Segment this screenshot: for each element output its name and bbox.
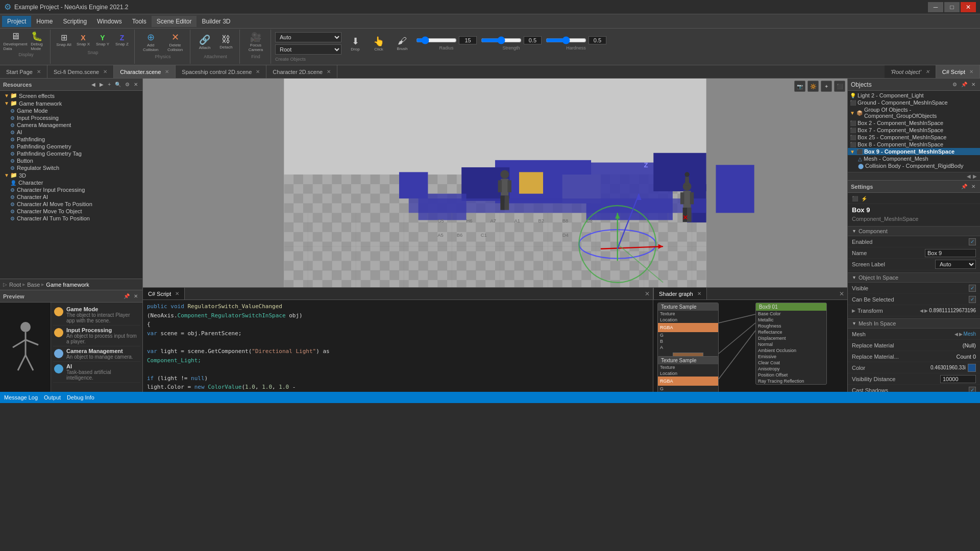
close-spaceship[interactable]: ✕ xyxy=(256,69,260,74)
menu-item-project[interactable]: Project xyxy=(2,16,31,27)
tree-item-camera-management[interactable]: ⚙ Camera Management xyxy=(0,121,142,129)
menu-item-scene-editor[interactable]: Scene Editor xyxy=(152,16,197,27)
obj-box2[interactable]: ⬛ Box 2 - Component_MeshInSpace xyxy=(848,119,980,127)
tree-item-character-ai-turn[interactable]: ⚙ Character AI Turn To Position xyxy=(0,215,142,222)
tree-item-pathfinding[interactable]: ⚙ Pathfinding xyxy=(0,136,142,143)
minimize-button[interactable]: ─ xyxy=(928,2,943,12)
resources-close-btn[interactable]: ✕ xyxy=(132,81,139,88)
settings-name-input[interactable] xyxy=(925,249,976,257)
tab-secondary-root[interactable]: 'Root object' ✕ xyxy=(885,65,936,78)
shader-node-box9[interactable]: Box9 01 Base Color Metallic Roughness Re… xyxy=(755,303,827,385)
color-swatch[interactable] xyxy=(968,364,976,372)
settings-section-object-in-space[interactable]: ▼ Object In Space xyxy=(848,272,980,283)
close-character-2d[interactable]: ✕ xyxy=(327,69,331,74)
close-scifi-demo[interactable]: ✕ xyxy=(103,69,107,74)
mesh-nav-right[interactable]: ▶ xyxy=(959,332,963,337)
obj-ground[interactable]: ⬛ Ground - Component_MeshInSpace xyxy=(848,99,980,106)
snap-all-button[interactable]: ⊞ Snap All xyxy=(55,31,73,49)
settings-enabled-checkbox[interactable]: ✓ xyxy=(969,238,976,245)
tree-item-3d[interactable]: ▼ 📁 3D xyxy=(0,171,142,179)
click-button[interactable]: 👆 Click xyxy=(369,34,388,53)
objects-nav-right[interactable]: ▶ xyxy=(973,173,977,179)
tab-start-page[interactable]: Start Page ✕ xyxy=(0,65,47,78)
shader-node-texture2[interactable]: Texture Sample Texture Location RGBA G B… xyxy=(657,356,719,392)
tree-item-screen-effects[interactable]: ▼ 📁 Screen effects xyxy=(0,92,142,99)
debug-mode-button[interactable]: 🐛 DebugMode xyxy=(27,31,47,51)
breadcrumb-root[interactable]: Root xyxy=(9,282,21,288)
scene-view-btn2[interactable]: 🔆 xyxy=(807,81,819,92)
transform-nav-left[interactable]: ◀ xyxy=(920,308,923,313)
delete-collision-button[interactable]: ✕ DeleteCollision xyxy=(163,31,187,53)
menu-item-builder-3d[interactable]: Builder 3D xyxy=(197,16,235,27)
tree-item-character-ai-move[interactable]: ⚙ Character AI Move To Position xyxy=(0,201,142,208)
tree-item-character-input[interactable]: ⚙ Character Input Processing xyxy=(0,186,142,193)
visibility-distance-input[interactable] xyxy=(940,375,976,383)
close-start-page[interactable]: ✕ xyxy=(37,69,41,74)
menu-item-tools[interactable]: Tools xyxy=(127,16,152,27)
snap-x-button[interactable]: X Snap X xyxy=(74,31,92,49)
obj-box25[interactable]: ⬛ Box 25 - Component_MeshInSpace xyxy=(848,134,980,141)
mode-select-2[interactable]: Root Group Of Objects Destination xyxy=(275,44,341,55)
tree-item-game-framework[interactable]: ▼ 📁 Game framework xyxy=(0,99,142,107)
strength-value[interactable] xyxy=(524,36,542,44)
tree-item-button[interactable]: ⚙ Button xyxy=(0,157,142,164)
radius-input[interactable] xyxy=(416,36,457,44)
preview-close-btn[interactable]: ✕ xyxy=(132,293,139,299)
code-panel-close[interactable]: ✕ xyxy=(642,290,653,297)
tree-item-ai[interactable]: ⚙ AI xyxy=(0,129,142,136)
tab-character-scene[interactable]: Character.scene ✕ xyxy=(114,65,176,78)
preview-pin-btn[interactable]: 📌 xyxy=(122,293,131,299)
drop-button[interactable]: ⬇ Drop xyxy=(346,34,365,53)
statusbar-message-log[interactable]: Message Log xyxy=(4,394,38,400)
hardness-input[interactable] xyxy=(546,36,586,44)
close-shader-graph[interactable]: ✕ xyxy=(697,291,701,296)
settings-can-be-selected-checkbox[interactable]: ✓ xyxy=(969,296,976,303)
objects-close-btn[interactable]: ✕ xyxy=(970,81,977,88)
obj-light2[interactable]: 💡 Light 2 - Component_Light xyxy=(848,92,980,99)
transform-nav-right[interactable]: ▶ xyxy=(924,308,928,313)
tab-scifi-demo[interactable]: Sci-fi Demo.scene ✕ xyxy=(47,65,114,78)
tree-item-game-mode[interactable]: ⚙ Game Mode xyxy=(0,107,142,114)
radius-value[interactable] xyxy=(459,36,477,44)
close-button[interactable]: ✕ xyxy=(961,2,976,12)
scene-view-btn3[interactable]: ✦ xyxy=(821,81,832,92)
tree-item-input-processing[interactable]: ⚙ Input Processing xyxy=(0,114,142,121)
close-character-scene[interactable]: ✕ xyxy=(165,69,169,74)
tree-item-character-ai[interactable]: ⚙ Character AI xyxy=(0,193,142,201)
strength-input[interactable] xyxy=(481,36,522,44)
tree-item-regulator-switch[interactable]: ⚙ Regulator Switch xyxy=(0,164,142,171)
menu-item-scripting[interactable]: Scripting xyxy=(58,16,92,27)
tab-character-2d[interactable]: Character 2D.scene ✕ xyxy=(266,65,337,78)
breadcrumb-game-framework[interactable]: Game framework xyxy=(46,282,89,288)
close-root-object[interactable]: ✕ xyxy=(925,69,929,74)
snap-z-button[interactable]: Z Snap Z xyxy=(113,31,131,49)
obj-group-objects[interactable]: ▼ 📦 Group Of Objects - Component_GroupOf… xyxy=(848,106,980,119)
mode-select[interactable]: Auto Root Group Of Objects Destination xyxy=(275,32,341,42)
tree-item-pathfinding-geometry-tag[interactable]: ⚙ Pathfinding Geometry Tag xyxy=(0,150,142,157)
mesh-nav-left[interactable]: ◀ xyxy=(954,332,958,337)
scene-view-btn4[interactable]: ⬛ xyxy=(834,81,845,92)
tree-item-character-move-to-object[interactable]: ⚙ Character Move To Object xyxy=(0,208,142,215)
obj-box7[interactable]: ⬛ Box 7 - Component_MeshInSpace xyxy=(848,127,980,134)
resources-forward-btn[interactable]: ▶ xyxy=(98,81,105,88)
settings-cast-shadows-checkbox[interactable]: ✓ xyxy=(969,387,976,392)
add-collision-button[interactable]: ⊕ AddCollision xyxy=(139,31,162,53)
breadcrumb-base[interactable]: Base xyxy=(27,282,40,288)
attach-button[interactable]: 🔗 Attach xyxy=(194,31,215,53)
menu-item-home[interactable]: Home xyxy=(31,16,58,27)
settings-section-component[interactable]: ▼ Component xyxy=(848,226,980,236)
scene-view-btn1[interactable]: 📷 xyxy=(794,81,805,92)
statusbar-debug-info[interactable]: Debug Info xyxy=(67,394,94,400)
tree-item-character[interactable]: 👤 Character xyxy=(0,179,142,186)
settings-visible-checkbox[interactable]: ✓ xyxy=(969,285,976,292)
settings-close-btn[interactable]: ✕ xyxy=(970,183,977,190)
resources-settings-btn[interactable]: ⚙ xyxy=(124,81,131,88)
brush-button[interactable]: 🖌 Brush xyxy=(393,34,412,53)
snap-y-button[interactable]: Y Snap Y xyxy=(93,31,112,49)
objects-nav-left[interactable]: ◀ xyxy=(967,173,971,179)
close-code-tab[interactable]: ✕ xyxy=(175,291,179,296)
obj-box8[interactable]: ⬛ Box 8 - Component_MeshInSpace xyxy=(848,141,980,148)
settings-section-mesh-in-space[interactable]: ▼ Mesh In Space xyxy=(848,318,980,329)
tab-spaceship-control[interactable]: Spaceship control 2D.scene ✕ xyxy=(176,65,266,78)
tab-shader-graph[interactable]: Shader graph ✕ xyxy=(654,288,707,299)
